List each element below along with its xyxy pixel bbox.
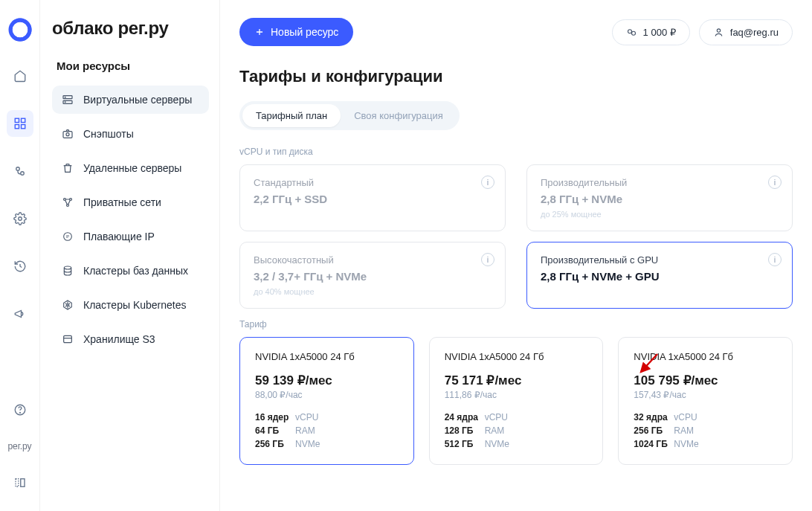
svg-point-6 <box>16 167 19 171</box>
sidebar-item-deleted-servers[interactable]: Удаленные серверы <box>52 154 209 182</box>
svg-point-21 <box>67 205 69 207</box>
tariff-ram: 64 ГБ <box>255 425 295 436</box>
coins-icon <box>626 27 637 38</box>
balance-value: 1 000 ₽ <box>643 27 676 38</box>
svg-rect-4 <box>15 125 19 129</box>
tariff-price: 59 139 ₽/мес <box>255 373 399 388</box>
database-icon <box>61 264 74 277</box>
tariff-card-2[interactable]: NVIDIA 1xA5000 24 Гб 75 171 ₽/мес 111,86… <box>429 337 604 465</box>
tier-title: Производительный <box>541 177 779 188</box>
logo-icon <box>8 18 32 42</box>
svg-rect-11 <box>16 479 19 487</box>
tier-title: Высокочастотный <box>254 254 492 266</box>
tier-sub: до 25% мощнее <box>541 210 779 219</box>
sidebar-nav: Виртуальные серверы Снэпшоты Удаленные с… <box>52 86 209 353</box>
info-icon[interactable]: i <box>768 253 782 266</box>
account-email: faq@reg.ru <box>730 27 779 38</box>
tier-spec: 3,2 / 3,7+ ГГц + NVMe <box>254 270 492 283</box>
tariff-hourly: 157,43 ₽/час <box>634 390 777 400</box>
rail-balance-icon[interactable] <box>7 158 33 184</box>
tariff-hourly: 88,00 ₽/час <box>255 390 399 400</box>
svg-point-20 <box>70 199 72 201</box>
sidebar-item-label: Виртуальные серверы <box>83 94 192 106</box>
sidebar-item-label: Хранилище S3 <box>83 333 155 345</box>
rail-brand-text[interactable]: рег.ру <box>7 441 31 451</box>
new-resource-button[interactable]: Новый ресурс <box>239 18 353 46</box>
tier-sub: до 40% мощнее <box>254 287 492 296</box>
sidebar-item-label: Приватные сети <box>83 196 161 208</box>
svg-point-8 <box>18 217 22 221</box>
sidebar-item-label: Плавающие IP <box>83 231 155 242</box>
svg-point-28 <box>628 29 631 33</box>
info-icon[interactable]: i <box>768 176 782 189</box>
tier-performance[interactable]: Производительный 2,8 ГГц + NVMe до 25% м… <box>526 164 793 231</box>
new-resource-label: Новый ресурс <box>271 26 338 38</box>
svg-point-1 <box>10 20 30 39</box>
user-icon <box>713 27 724 38</box>
tariff-card-3[interactable]: NVIDIA 1xA5000 24 Гб 105 795 ₽/мес 157,4… <box>618 337 793 465</box>
tier-spec: 2,8 ГГц + NVMe <box>541 193 779 205</box>
sidebar-item-s3-storage[interactable]: Хранилище S3 <box>52 325 209 353</box>
rail-announce-icon[interactable] <box>7 301 33 327</box>
tier-standard[interactable]: Стандартный 2,2 ГГц + SSD i <box>239 164 506 231</box>
svg-point-19 <box>64 199 66 201</box>
info-icon[interactable]: i <box>481 253 494 266</box>
svg-point-10 <box>19 412 20 413</box>
account-pill[interactable]: faq@reg.ru <box>699 19 793 45</box>
sidebar-item-floating-ip[interactable]: IP Плавающие IP <box>52 222 209 251</box>
tier-spec: 2,2 ГГц + SSD <box>254 193 492 205</box>
svg-point-18 <box>66 133 69 136</box>
sidebar-item-virtual-servers[interactable]: Виртуальные серверы <box>52 86 209 114</box>
tariff-cores: 24 ядра <box>445 412 485 422</box>
svg-point-15 <box>65 97 65 97</box>
tariff-gpu: NVIDIA 1xA5000 24 Гб <box>445 351 588 362</box>
tariff-ram-label: RAM <box>485 425 505 436</box>
svg-rect-12 <box>20 479 24 487</box>
camera-icon <box>61 127 74 141</box>
tier-gpu[interactable]: Производительный с GPU 2,8 ГГц + NVMe + … <box>526 242 793 309</box>
sidebar-item-label: Кластеры баз данных <box>83 265 188 277</box>
tariff-row: NVIDIA 1xA5000 24 Гб 59 139 ₽/мес 88,00 … <box>239 337 793 465</box>
svg-point-16 <box>65 102 65 103</box>
rail-collapse-icon[interactable] <box>7 469 33 496</box>
page-title: Тарифы и конфигурации <box>239 67 793 86</box>
tariff-hourly: 111,86 ₽/час <box>445 390 588 400</box>
balance-pill[interactable]: 1 000 ₽ <box>612 19 690 45</box>
ip-icon: IP <box>61 230 74 243</box>
rail-home-icon[interactable] <box>7 62 33 89</box>
network-icon <box>61 196 74 209</box>
sidebar-item-db-clusters[interactable]: Кластеры баз данных <box>52 257 209 285</box>
sidebar-item-private-networks[interactable]: Приватные сети <box>52 188 209 216</box>
sidebar-item-kubernetes[interactable]: Кластеры Kubernetes <box>52 291 209 319</box>
sidebar-item-snapshots[interactable]: Снэпшоты <box>52 120 209 148</box>
rail-grid-icon[interactable] <box>7 110 33 137</box>
svg-point-7 <box>20 172 24 176</box>
rail-history-icon[interactable] <box>7 253 33 280</box>
storage-icon <box>61 332 74 346</box>
rail-settings-icon[interactable] <box>7 205 33 232</box>
tariff-disk: 256 ГБ <box>255 439 295 449</box>
rail-help-icon[interactable] <box>7 396 33 423</box>
segment-custom-button[interactable]: Своя конфигурация <box>341 104 457 127</box>
tier-title: Производительный с GPU <box>541 254 779 266</box>
tier-spec: 2,8 ГГц + NVMe + GPU <box>541 270 779 283</box>
tariff-price: 75 171 ₽/мес <box>445 373 588 388</box>
tariff-cores-label: vCPU <box>295 412 318 422</box>
tier-highfreq[interactable]: Высокочастотный 3,2 / 3,7+ ГГц + NVMe до… <box>239 242 506 309</box>
sidebar-section-title: Мои ресурсы <box>52 60 209 72</box>
svg-rect-27 <box>64 335 72 342</box>
sidebar-item-label: Снэпшоты <box>83 128 134 140</box>
svg-text:IP: IP <box>66 235 69 239</box>
tariff-section-label: Тариф <box>239 319 793 330</box>
tariff-gpu: NVIDIA 1xA5000 24 Гб <box>255 351 399 362</box>
tariff-disk-label: NVMe <box>485 439 509 449</box>
svg-rect-2 <box>15 118 19 122</box>
info-icon[interactable]: i <box>481 176 494 189</box>
svg-rect-5 <box>21 125 25 129</box>
segment-plan-button[interactable]: Тарифный план <box>242 104 341 127</box>
tariff-cores: 16 ядер <box>255 412 295 422</box>
tariff-card-1[interactable]: NVIDIA 1xA5000 24 Гб 59 139 ₽/мес 88,00 … <box>239 337 414 465</box>
tier-row-2: Высокочастотный 3,2 / 3,7+ ГГц + NVMe до… <box>239 242 793 309</box>
svg-rect-3 <box>21 118 25 122</box>
svg-rect-17 <box>63 132 72 138</box>
